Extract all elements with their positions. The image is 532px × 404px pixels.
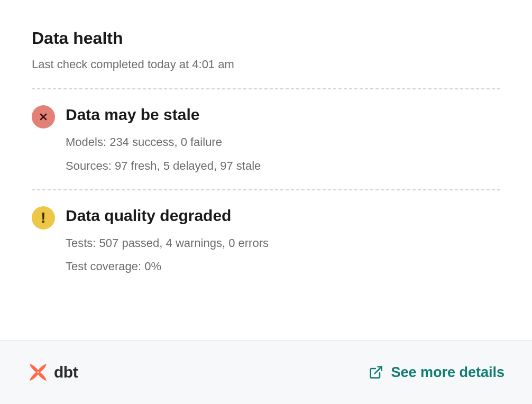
page-title: Data health [32, 29, 500, 48]
status-sources-line: Sources: 97 fresh, 5 delayed, 97 stale [66, 158, 500, 175]
error-icon [32, 105, 55, 128]
svg-line-4 [375, 367, 382, 374]
status-row-degraded: ! Data quality degraded Tests: 507 passe… [32, 190, 500, 290]
dbt-logo-icon [27, 362, 49, 383]
status-models-line: Models: 234 success, 0 failure [66, 134, 500, 151]
warning-icon: ! [32, 206, 55, 229]
dbt-logo-text: dbt [54, 363, 78, 381]
external-link-icon [369, 365, 383, 380]
status-body: Data may be stale Models: 234 success, 0… [66, 104, 500, 175]
status-body: Data quality degraded Tests: 507 passed,… [66, 205, 500, 276]
status-coverage-line: Test coverage: 0% [66, 259, 500, 275]
see-more-details-link[interactable]: See more details [369, 364, 505, 381]
last-check-text: Last check completed today at 4:01 am [32, 58, 500, 71]
status-tests-line: Tests: 507 passed, 4 warnings, 0 errors [66, 235, 500, 252]
data-health-card: Data health Last check completed today a… [0, 0, 532, 404]
svg-point-3 [38, 372, 39, 373]
status-heading: Data quality degraded [66, 205, 500, 226]
status-heading: Data may be stale [66, 104, 500, 125]
card-footer: dbt See more details [0, 340, 532, 404]
dbt-logo: dbt [27, 362, 78, 383]
details-link-label: See more details [391, 364, 505, 381]
card-content: Data health Last check completed today a… [0, 0, 532, 340]
status-row-stale: Data may be stale Models: 234 success, 0… [32, 89, 500, 189]
